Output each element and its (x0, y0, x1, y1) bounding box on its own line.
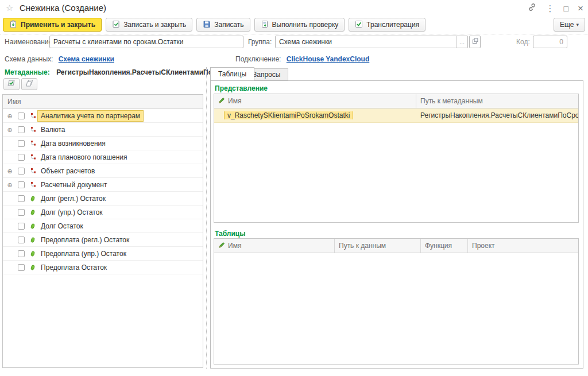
metadata-label: Метаданные: (5, 68, 50, 76)
tables-table-body (214, 253, 578, 364)
tree-row[interactable]: Долг Остаток (3, 219, 203, 233)
tables-column-project[interactable]: Проект (467, 239, 578, 253)
tree-row[interactable]: ⊕Объект расчетов (3, 164, 203, 178)
row-checkbox[interactable] (18, 140, 25, 147)
name-input[interactable] (49, 36, 243, 48)
tree-row[interactable]: Дата возникновения (3, 137, 203, 150)
favorite-star-icon[interactable]: ☆ (6, 3, 13, 13)
tree-item-label: Дата возникновения (41, 139, 106, 148)
row-checkbox[interactable] (18, 181, 25, 188)
save-button[interactable]: Записать (196, 18, 250, 32)
resource-icon (29, 250, 36, 257)
tree-item-label: Дата планового погашения (41, 153, 127, 161)
row-checkbox[interactable] (18, 154, 25, 161)
toolbar: Применить и закрыть Записать и закрыть З… (3, 17, 585, 32)
tree-row[interactable]: Предоплата Остаток (3, 261, 203, 274)
tree-item-label: Долг (упр.) Остаток (41, 208, 103, 216)
tables-column-project-label: Проект (472, 242, 495, 250)
view-table-row[interactable]: v_RaschetySKlientamiPoSrokamOstatkiРегис… (214, 108, 578, 123)
schema-link[interactable]: Схема снежинки (59, 55, 114, 63)
view-column-name[interactable]: Имя (214, 94, 416, 108)
tree-row[interactable]: ⊕Расчетный документ (3, 178, 203, 192)
schema-label: Схема данных: (5, 55, 53, 63)
tree-item-label: Объект расчетов (41, 167, 95, 175)
tab-tables[interactable]: Таблицы (210, 67, 254, 80)
tree-row[interactable]: Долг (регл.) Остаток (3, 192, 203, 206)
tables-table-header: Имя Путь к данным Функция Проект (214, 239, 578, 253)
view-table: Имя Путь к метаданным v_RaschetySKlienta… (214, 94, 579, 223)
group-input[interactable] (276, 36, 456, 48)
tree-item-label: Предоплата (регл.) Остаток (41, 236, 129, 244)
metadata-value: РегистрыНакопления.РасчетыСКлиентамиПоС.… (56, 68, 223, 76)
expand-icon[interactable]: ⊕ (6, 168, 13, 175)
resource-icon (29, 209, 36, 216)
expand-icon[interactable]: ⊕ (6, 181, 13, 188)
tree-item-label: Предоплата (упр.) Остаток (41, 250, 126, 258)
tables-column-function[interactable]: Функция (420, 239, 467, 253)
pencil-icon (218, 242, 225, 250)
tables-column-name[interactable]: Имя (214, 239, 334, 253)
more-button[interactable]: Еще ▾ (554, 18, 585, 32)
copy-stack-button[interactable] (21, 78, 37, 90)
row-checkbox[interactable] (18, 209, 25, 216)
row-checkbox[interactable] (18, 223, 25, 230)
tree-item-label: Валюта (41, 126, 65, 134)
tables-column-function-label: Функция (425, 242, 452, 250)
connection-link[interactable]: ClickHouse YandexCloud (287, 55, 370, 63)
pencil-icon (218, 97, 225, 106)
fields-tree-header[interactable]: Имя (3, 95, 203, 109)
tree-row[interactable]: Долг (упр.) Остаток (3, 206, 203, 219)
open-icon (472, 38, 478, 46)
menu-dots-icon[interactable]: ⋮ (546, 3, 555, 14)
run-check-button[interactable]: Выполнить проверку (254, 18, 345, 32)
app-window: ☆ Снежинка (Создание) ⋮ □ × (0, 0, 588, 376)
row-checkbox[interactable] (18, 264, 25, 271)
save-label: Записать (214, 21, 243, 29)
row-checkbox[interactable] (18, 250, 25, 257)
link-icon[interactable] (527, 2, 537, 14)
tables-section-title: Таблицы (215, 230, 245, 238)
window-controls: ⋮ □ × (527, 2, 583, 14)
tables-column-datapath[interactable]: Путь к данным (334, 239, 420, 253)
code-input[interactable] (533, 36, 567, 48)
row-checkbox[interactable] (18, 126, 25, 133)
apply-and-close-button[interactable]: Применить и закрыть (3, 18, 102, 32)
group-choose-button[interactable]: ... (456, 36, 467, 48)
document-run-icon (261, 20, 269, 30)
row-checkbox[interactable] (18, 237, 25, 243)
row-checkbox[interactable] (18, 168, 25, 175)
row-checkbox[interactable] (18, 113, 25, 119)
group-field: ... (275, 36, 468, 48)
tree-item-label: Расчетный документ (41, 181, 107, 189)
resource-icon (29, 223, 36, 230)
resource-icon (29, 237, 36, 243)
tree-row[interactable]: Дата планового погашения (3, 150, 203, 164)
tab-tables-label: Таблицы (218, 70, 246, 78)
close-icon[interactable]: × (578, 3, 583, 14)
fields-tree-column-name: Имя (7, 98, 21, 106)
tables-column-datapath-label: Путь к данным (339, 242, 386, 250)
left-toolbar (3, 78, 37, 90)
transliteration-button[interactable]: Транслитерация (349, 18, 425, 32)
maximize-icon[interactable]: □ (564, 3, 568, 14)
group-open-button[interactable] (469, 36, 481, 48)
save-and-close-label: Записать и закрыть (123, 21, 186, 29)
tree-item-label: Аналитика учета по партнерам (37, 110, 144, 122)
more-label: Еще (560, 21, 574, 29)
dimension-icon (29, 140, 36, 147)
view-column-path[interactable]: Путь к метаданным (416, 94, 578, 108)
check-all-button[interactable] (3, 78, 20, 90)
expand-icon[interactable]: ⊕ (6, 113, 13, 119)
tree-row[interactable]: ⊕Валюта (3, 123, 203, 137)
tree-row[interactable]: Предоплата (регл.) Остаток (3, 233, 203, 247)
vertical-splitter[interactable] (206, 67, 207, 369)
row-checkbox[interactable] (18, 195, 25, 202)
tree-row[interactable]: ⊕Аналитика учета по партнерам (3, 109, 203, 123)
toolbar-separator (0, 34, 588, 34)
titlebar: ☆ Снежинка (Создание) ⋮ □ × (0, 0, 588, 16)
expand-icon[interactable]: ⊕ (6, 126, 13, 133)
name-label: Наименование: (5, 36, 55, 48)
save-and-close-button[interactable]: Записать и закрыть (106, 18, 192, 32)
tree-row[interactable]: Предоплата (упр.) Остаток (3, 247, 203, 261)
transliteration-label: Транслитерация (366, 21, 419, 29)
